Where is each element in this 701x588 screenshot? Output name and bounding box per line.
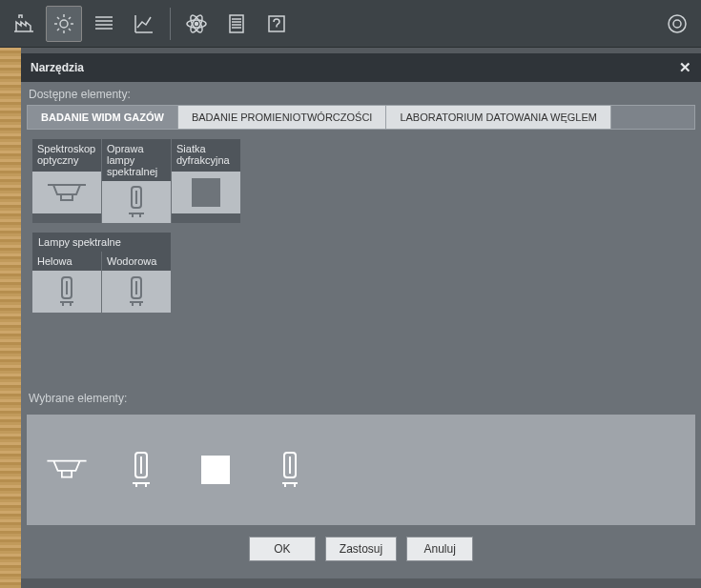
tool-atom-icon[interactable]	[178, 6, 215, 42]
tool-help-icon[interactable]	[258, 6, 295, 42]
item-lamp-holder: Oprawa lampy spektralnej	[102, 139, 171, 223]
tool-document-icon[interactable]	[218, 6, 255, 42]
dialog-title: Narzędzia	[31, 61, 84, 74]
svg-point-4	[196, 22, 198, 25]
lamp-helium-label: Helowa	[32, 252, 101, 271]
cancel-button[interactable]: Anuluj	[406, 537, 473, 561]
selected-panel	[27, 415, 695, 525]
selected-spectroscope[interactable]	[44, 447, 90, 493]
item-diffraction-drag[interactable]	[172, 172, 240, 213]
lamp-helium-drag[interactable]	[32, 271, 101, 313]
tool-list-icon[interactable]	[86, 6, 122, 42]
item-spectroscope: Spektroskop optyczny	[32, 139, 101, 223]
selected-label: Wybrane elementy:	[21, 386, 701, 409]
svg-point-0	[60, 20, 68, 28]
apply-button[interactable]: Zastosuj	[325, 537, 397, 561]
lamp-hydrogen-drag[interactable]	[102, 271, 171, 313]
svg-rect-5	[230, 15, 243, 32]
available-label: Dostępne elementy:	[21, 82, 701, 105]
svg-point-8	[673, 20, 681, 28]
tool-gear-icon[interactable]	[46, 6, 82, 42]
square-icon	[192, 178, 220, 207]
tab-carbon-dating[interactable]: LABORATORIUM DATOWANIA WĘGLEM	[386, 106, 611, 129]
item-label: Siatka dyfrakcyjna	[172, 139, 240, 172]
lamp-hydrogen-label: Wodorowa	[102, 252, 171, 271]
item-diffraction-grating: Siatka dyfrakcyjna	[172, 139, 240, 223]
separator	[170, 8, 171, 40]
selected-lamp-holder[interactable]	[118, 447, 164, 493]
tool-target-icon[interactable]	[659, 6, 695, 42]
item-label: Spektroskop optyczny	[32, 139, 101, 172]
main-toolbar	[0, 0, 701, 48]
square-icon	[201, 456, 230, 484]
close-icon[interactable]: ✕	[679, 59, 691, 76]
selected-lamp[interactable]	[267, 447, 313, 493]
dialog-titlebar: Narzędzia ✕	[21, 53, 701, 82]
tab-gas-spectra[interactable]: BADANIE WIDM GAZÓW	[28, 106, 178, 129]
background-wood	[0, 48, 21, 588]
item-spectroscope-drag[interactable]	[32, 172, 101, 213]
dialog-buttons: OK Zastosuj Anuluj	[21, 525, 701, 569]
available-panel: Spektroskop optyczny Oprawa lampy spektr…	[27, 133, 695, 386]
tool-factory-icon[interactable]	[6, 6, 42, 42]
category-tabs: BADANIE WIDM GAZÓW BADANIE PROMIENIOTWÓR…	[27, 105, 695, 130]
item-lamp-holder-drag[interactable]	[102, 181, 171, 223]
tools-dialog: Narzędzia ✕ Dostępne elementy: BADANIE W…	[21, 53, 701, 578]
item-label: Oprawa lampy spektralnej	[102, 139, 171, 181]
tab-radioactivity[interactable]: BADANIE PROMIENIOTWÓRCZOŚCI	[178, 106, 386, 129]
lamps-group-label: Lampy spektralne	[32, 233, 171, 252]
svg-point-7	[669, 15, 686, 32]
tool-chart-icon[interactable]	[126, 6, 162, 42]
selected-diffraction-grating[interactable]	[193, 447, 238, 493]
ok-button[interactable]: OK	[249, 537, 316, 561]
